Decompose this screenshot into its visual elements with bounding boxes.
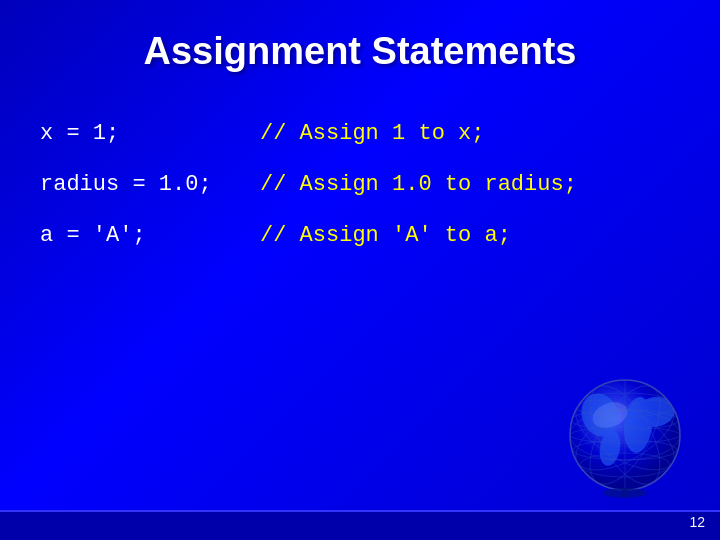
slide-title: Assignment Statements (40, 30, 680, 73)
code-left-2: radius = 1.0; (40, 172, 260, 197)
slide: Assignment Statements x = 1; // Assign 1… (0, 0, 720, 540)
code-comment-1: // Assign 1 to x; (260, 121, 484, 146)
code-row-3: a = 'A'; // Assign 'A' to a; (40, 215, 680, 256)
code-row-2: radius = 1.0; // Assign 1.0 to radius; (40, 164, 680, 205)
svg-rect-20 (622, 488, 628, 496)
code-row-1: x = 1; // Assign 1 to x; (40, 113, 680, 154)
code-left-3: a = 'A'; (40, 223, 260, 248)
bottom-bar (0, 510, 720, 540)
code-comment-2: // Assign 1.0 to radius; (260, 172, 577, 197)
globe-decoration (560, 370, 690, 500)
page-number: 12 (689, 514, 705, 530)
code-comment-3: // Assign 'A' to a; (260, 223, 511, 248)
code-left-1: x = 1; (40, 121, 260, 146)
